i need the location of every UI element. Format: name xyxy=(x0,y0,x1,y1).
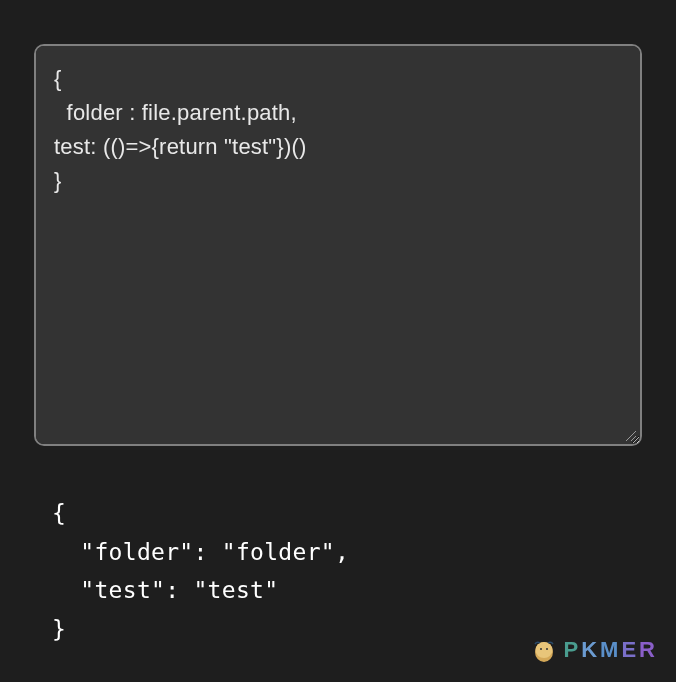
svg-point-5 xyxy=(546,648,548,650)
output-panel: { "folder": "folder", "test": "test" } xyxy=(34,494,642,649)
resize-handle-icon xyxy=(623,427,637,441)
pkmer-logo-icon xyxy=(530,636,558,664)
code-editor[interactable]: { folder : file.parent.path, test: (()=>… xyxy=(34,44,642,446)
editor-content[interactable]: { folder : file.parent.path, test: (()=>… xyxy=(54,62,622,198)
pkmer-watermark: PKMER xyxy=(530,636,658,664)
svg-line-1 xyxy=(631,436,636,441)
svg-point-4 xyxy=(540,648,542,650)
svg-point-3 xyxy=(535,642,552,658)
pkmer-text: PKMER xyxy=(564,637,658,663)
output-content: { "folder": "folder", "test": "test" } xyxy=(52,494,642,649)
svg-line-0 xyxy=(626,431,636,441)
